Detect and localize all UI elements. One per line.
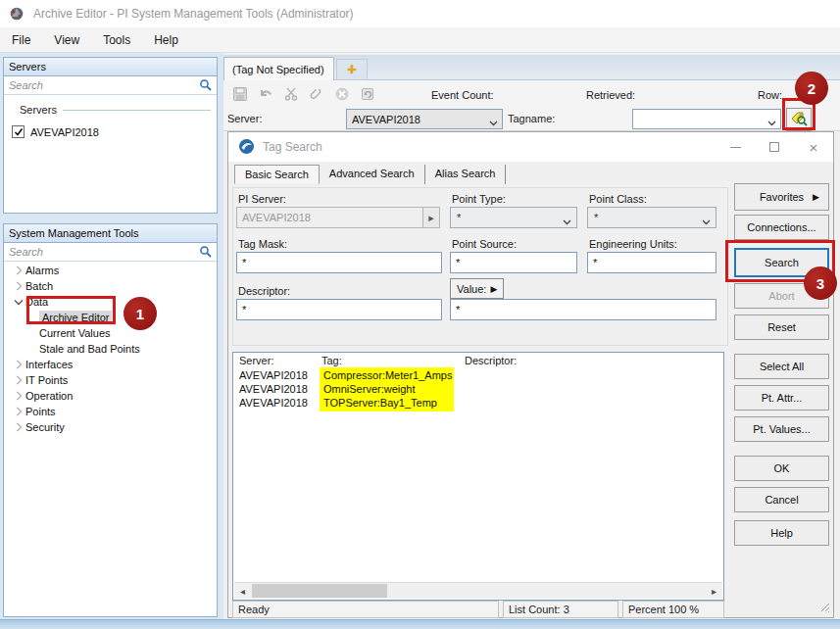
tag-mask-input[interactable]: * [236, 252, 442, 273]
checkbox-checked-icon[interactable] [12, 125, 25, 138]
result-row-tag[interactable]: OmniServer:weight [323, 383, 416, 395]
tree-item-label[interactable]: Alarms [25, 265, 59, 276]
chevron-right-icon[interactable] [12, 422, 25, 432]
tree-item-stale-bad-points[interactable]: Stale and Bad Points [39, 341, 140, 357]
tagname-combobox[interactable] [632, 109, 781, 129]
dialog-title: Tag Search [263, 140, 716, 154]
horizontal-scrollbar[interactable]: ◂ ▸ [234, 582, 722, 599]
result-row-tag[interactable]: TOPServer:Bay1_Temp [323, 397, 437, 409]
expand-arrow-icon[interactable]: ▸ [422, 208, 439, 227]
tree-item-current-values[interactable]: Current Values [39, 325, 111, 341]
chevron-right-icon[interactable] [12, 407, 25, 416]
tab-advanced-search[interactable]: Advanced Search [320, 165, 425, 184]
attach-icon[interactable] [308, 85, 325, 103]
close-icon[interactable]: × [794, 132, 833, 162]
tab-basic-search[interactable]: Basic Search [234, 165, 320, 184]
refresh-icon[interactable] [359, 85, 376, 103]
chevron-right-icon[interactable] [12, 360, 25, 369]
select-all-button[interactable]: Select All [734, 354, 829, 379]
server-list-item[interactable]: AVEVAPI2018 [12, 125, 217, 138]
tree-item-points[interactable]: Points [12, 404, 56, 419]
window-title: Archive Editor - PI System Management To… [33, 7, 354, 21]
help-button[interactable]: Help [734, 520, 829, 546]
pt-values-button[interactable]: Pt. Values... [734, 416, 829, 442]
descriptor-input[interactable]: * [236, 299, 442, 320]
engineering-units-value: * [593, 257, 597, 268]
connections-button[interactable]: Connections... [734, 215, 829, 240]
toolbar-icons [231, 85, 376, 103]
tree-item-it-points[interactable]: IT Points [12, 372, 68, 388]
column-header-descriptor[interactable]: Descriptor: [465, 355, 517, 366]
tree-item-security[interactable]: Security [12, 419, 65, 435]
scroll-left-icon[interactable]: ◂ [234, 583, 251, 599]
cut-icon[interactable] [282, 85, 300, 103]
server-combobox[interactable]: AVEVAPI2018 [346, 109, 503, 129]
favorites-button[interactable]: Favorites ▶ [734, 183, 829, 211]
status-list-count: List Count: 3 [503, 601, 618, 618]
tree-item-label[interactable]: IT Points [25, 374, 68, 386]
status-ready-text: Ready [238, 604, 270, 615]
reset-button[interactable]: Reset [734, 314, 829, 340]
cancel-button[interactable]: Cancel [734, 487, 829, 512]
tab-tag-not-specified[interactable]: (Tag Not Specified) [223, 57, 334, 80]
scrollbar-thumb[interactable] [252, 584, 387, 598]
smt-search-placeholder: Search [9, 246, 199, 258]
chevron-right-icon[interactable] [12, 375, 25, 385]
minimize-icon[interactable] [716, 132, 755, 162]
result-row-server[interactable]: AVEVAPI2018 [239, 397, 308, 409]
annotation-step-3-number: 3 [816, 275, 824, 292]
column-header-tag[interactable]: Tag: [321, 355, 342, 366]
menu-tools[interactable]: Tools [91, 29, 142, 51]
tree-item-alarms[interactable]: Alarms [12, 263, 59, 278]
maximize-icon[interactable] [755, 132, 794, 162]
point-class-combobox[interactable]: * [587, 207, 716, 228]
menu-view[interactable]: View [42, 29, 91, 51]
undo-icon[interactable] [257, 85, 274, 103]
smt-search[interactable]: Search [4, 243, 217, 262]
search-icon[interactable] [199, 245, 212, 260]
result-row-server[interactable]: AVEVAPI2018 [239, 383, 308, 395]
value-menu-button[interactable]: Value: ▶ [450, 278, 504, 299]
tree-item-interfaces[interactable]: Interfaces [12, 357, 73, 372]
chevron-down-icon[interactable] [563, 216, 571, 227]
menu-help[interactable]: Help [142, 29, 190, 51]
engineering-units-input[interactable]: * [587, 252, 716, 273]
tree-item-label[interactable]: Current Values [39, 327, 111, 339]
search-icon[interactable] [199, 78, 212, 93]
chevron-down-icon[interactable] [12, 299, 25, 306]
resize-grip-icon[interactable] [818, 601, 830, 614]
chevron-down-icon[interactable] [767, 117, 776, 128]
chevron-right-icon[interactable] [12, 266, 25, 275]
tree-item-label[interactable]: Interfaces [25, 359, 73, 370]
result-row-tag[interactable]: Compressor:Meter1_Amps [323, 369, 452, 381]
event-count-label: Event Count: [431, 89, 494, 101]
server-item-label: AVEVAPI2018 [30, 126, 99, 138]
cancel-icon[interactable] [333, 85, 351, 103]
value-input[interactable]: * [450, 299, 716, 320]
scroll-right-icon[interactable]: ▸ [706, 583, 722, 599]
search-results-list[interactable]: Server: Tag: Descriptor: AVEVAPI2018 Com… [232, 352, 724, 601]
tree-item-operation[interactable]: Operation [12, 388, 73, 404]
tree-item-label[interactable]: Stale and Bad Points [39, 343, 140, 355]
chevron-down-icon[interactable] [702, 216, 711, 227]
ok-button[interactable]: OK [734, 456, 829, 481]
point-source-input[interactable]: * [450, 252, 577, 273]
pt-attr-button[interactable]: Pt. Attr... [734, 385, 829, 411]
menu-file[interactable]: File [0, 29, 42, 51]
point-type-combobox[interactable]: * [450, 207, 577, 228]
new-tab-button[interactable]: + [336, 59, 368, 80]
tree-item-label[interactable]: Security [25, 421, 65, 433]
tree-item-label[interactable]: Operation [25, 390, 73, 402]
tree-item-batch[interactable]: Batch [12, 278, 53, 294]
tree-item-label[interactable]: Points [25, 406, 56, 417]
column-header-server[interactable]: Server: [239, 355, 273, 366]
save-icon[interactable] [231, 85, 249, 103]
status-percent: Percent 100 % [622, 601, 724, 618]
chevron-down-icon[interactable] [489, 117, 498, 128]
tab-alias-search[interactable]: Alias Search [425, 165, 507, 184]
chevron-right-icon[interactable] [12, 281, 25, 291]
servers-search[interactable]: Search [4, 76, 217, 95]
tree-item-label[interactable]: Batch [25, 280, 53, 292]
result-row-server[interactable]: AVEVAPI2018 [239, 369, 308, 381]
chevron-right-icon[interactable] [12, 391, 25, 401]
